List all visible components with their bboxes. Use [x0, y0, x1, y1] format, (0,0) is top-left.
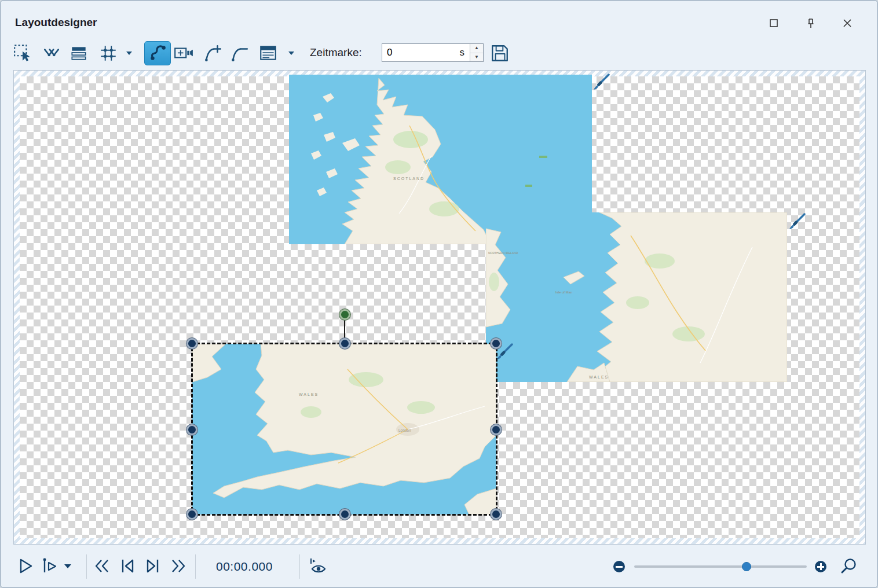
pin-button[interactable] [803, 15, 819, 31]
text-object-dropdown-button[interactable] [287, 43, 296, 64]
layers-icon [69, 43, 89, 63]
close-icon [841, 17, 854, 30]
image-object-england-north-map[interactable]: NORTHERN IRELAND Isle of Man WALES [486, 212, 787, 382]
skip-to-end-button[interactable] [142, 555, 164, 577]
playbar-separator [86, 554, 87, 579]
playbar: 00:00.000 [1, 546, 877, 587]
preview-at-timemarker-button[interactable] [306, 555, 331, 577]
skip-to-start-icon [118, 556, 137, 576]
keyframe-chevrons-button[interactable] [41, 43, 62, 64]
edit-brush-icon [496, 343, 513, 361]
text-object-dropdown-icon [288, 51, 295, 56]
play-options-dropdown-button[interactable] [62, 555, 74, 577]
fast-forward-button[interactable] [167, 555, 189, 577]
add-keyframe-button[interactable] [202, 43, 223, 64]
rotation-handle[interactable] [339, 309, 350, 320]
maximize-icon [767, 17, 780, 30]
zoom-slider-thumb[interactable] [742, 562, 751, 571]
edit-brush-button-map1[interactable] [592, 74, 610, 91]
pin-icon [804, 17, 817, 30]
remove-keyframe-button[interactable] [229, 43, 250, 64]
map-label-northern-ireland: NORTHERN IRELAND [488, 251, 518, 255]
play-options-dropdown-icon [64, 564, 72, 569]
spinner-up-button[interactable]: ▲ [470, 44, 483, 53]
toolbar: Zeitmarke: s ▲ ▼ [1, 36, 877, 69]
selection-handle-bottom-right[interactable] [491, 509, 502, 520]
close-button[interactable] [839, 15, 855, 31]
grid-dropdown-icon [126, 51, 133, 56]
grid-button[interactable] [98, 43, 119, 64]
map-label-london: London [398, 428, 411, 432]
zeitmarke-input[interactable] [382, 44, 455, 61]
skip-to-end-icon [143, 556, 163, 576]
skip-to-start-button[interactable] [116, 555, 138, 577]
text-object-button[interactable] [258, 43, 279, 64]
preview-eye-icon [308, 557, 330, 575]
image-object-england-south-map[interactable]: WALES London [192, 344, 496, 514]
selection-handle-middle-left[interactable] [186, 424, 197, 435]
canvas-border: SCOTLAND NORTHERN IRELAND [13, 70, 866, 545]
selection-handle-top-center[interactable] [339, 338, 350, 349]
fast-backward-icon [92, 556, 112, 576]
save-icon [490, 43, 510, 63]
grid-dropdown-button[interactable] [125, 43, 134, 64]
zoom-magnifier-icon [839, 557, 859, 576]
remove-keyframe-icon [229, 43, 249, 63]
zoom-slider[interactable] [634, 565, 807, 568]
edit-brush-button-map2[interactable] [788, 213, 806, 230]
window-title: Layoutdesigner [15, 16, 97, 29]
select-tool-icon [13, 43, 32, 63]
play-button[interactable] [14, 555, 36, 577]
camera-pan-button[interactable] [173, 43, 194, 64]
edit-brush-icon [788, 213, 806, 230]
grid-icon [98, 43, 118, 63]
layout-canvas[interactable]: SCOTLAND NORTHERN IRELAND [20, 76, 859, 538]
zoom-magnifier-button[interactable] [838, 556, 860, 578]
map-label-scotland: SCOTLAND [393, 177, 425, 181]
selection-handle-bottom-center[interactable] [339, 509, 350, 520]
fast-forward-icon [169, 556, 188, 576]
select-tool-button[interactable] [12, 43, 33, 64]
playbar-separator [195, 554, 196, 579]
selection-handle-top-left[interactable] [186, 338, 197, 349]
layoutdesigner-window: Layoutdesigner [0, 0, 878, 588]
edit-brush-button-map3[interactable] [496, 343, 513, 361]
selection-handle-bottom-left[interactable] [186, 509, 197, 520]
map-label-isle-of-man: Isle of Man [555, 291, 572, 294]
zeitmarke-spinner: ▲ ▼ [470, 44, 483, 61]
play-from-timemarker-icon [40, 556, 60, 576]
play-icon [16, 556, 35, 576]
playbar-separator [299, 554, 300, 579]
motion-path-icon [148, 43, 167, 64]
spinner-down-button[interactable]: ▼ [470, 53, 483, 62]
zeitmarke-unit: s [460, 44, 465, 61]
zoom-out-button[interactable] [613, 561, 625, 572]
edit-brush-icon [592, 74, 610, 91]
zeitmarke-field: s ▲ ▼ [382, 43, 484, 62]
layers-button[interactable] [68, 43, 89, 64]
fast-backward-button[interactable] [91, 555, 113, 577]
titlebar: Layoutdesigner [1, 1, 877, 36]
add-keyframe-icon [203, 43, 222, 63]
camera-pan-icon [173, 43, 194, 63]
keyframe-chevrons-icon [42, 43, 61, 63]
play-from-timemarker-button[interactable] [39, 555, 61, 577]
maximize-button[interactable] [766, 15, 782, 31]
zoom-in-button[interactable] [815, 561, 826, 572]
text-object-icon [258, 43, 278, 63]
motion-path-button[interactable] [144, 41, 171, 65]
time-display: 00:00.000 [216, 546, 273, 587]
zeitmarke-label: Zeitmarke: [310, 36, 362, 69]
map-label-wales: WALES [299, 392, 319, 396]
selection-handle-middle-right[interactable] [491, 424, 502, 435]
map-label-wales: WALES [589, 375, 609, 379]
save-button[interactable] [489, 43, 510, 64]
